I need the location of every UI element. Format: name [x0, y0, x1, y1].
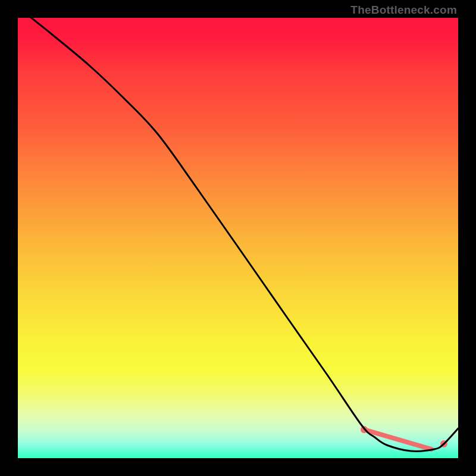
attribution-text: TheBottleneck.com [350, 4, 457, 17]
highlight-segment [364, 430, 431, 449]
plot-area [18, 18, 458, 458]
main-curve [18, 7, 458, 451]
chart-frame: TheBottleneck.com [0, 0, 476, 476]
chart-overlay [18, 18, 458, 458]
highlight-markers [361, 426, 447, 449]
